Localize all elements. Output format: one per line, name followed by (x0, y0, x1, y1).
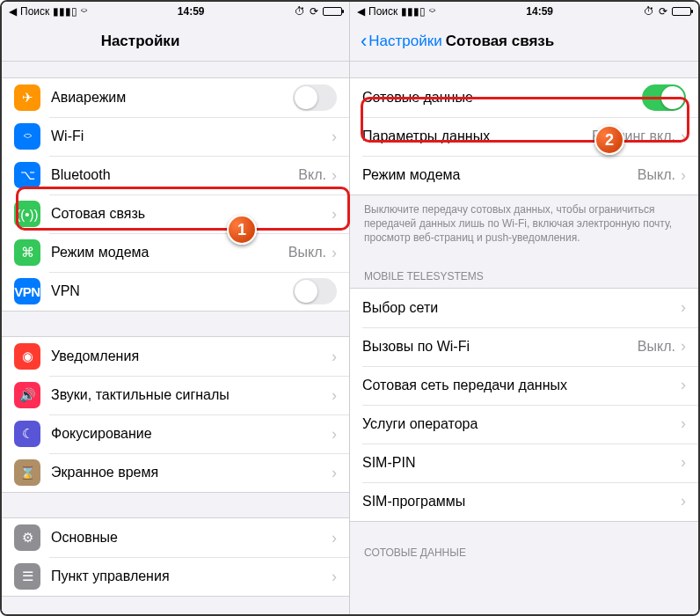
toggle[interactable] (642, 84, 686, 111)
row-label: Пункт управления (51, 568, 332, 584)
settings-row[interactable]: ✈Авиарежим (2, 78, 349, 117)
settings-row[interactable]: ⚙Основные› (2, 518, 349, 557)
settings-row[interactable]: Сотовая сеть передачи данных› (350, 366, 698, 405)
chevron-left-icon: ‹ (361, 30, 367, 53)
settings-row[interactable]: VPNVPN (2, 272, 349, 311)
bluetooth-icon: ⌥ (14, 162, 40, 188)
row-label: Сотовые данные (362, 90, 642, 106)
cell-list: Сотовые данныеПараметры данныхРоуминг вк… (350, 77, 698, 195)
row-label: Параметры данных (362, 128, 592, 144)
wifi-status-icon: ⌔ (429, 5, 435, 18)
cellular-icon: ((•)) (14, 201, 40, 227)
nav-header: Настройки (2, 21, 349, 62)
row-value: Выкл. (288, 245, 326, 260)
settings-row[interactable]: Вызовы по Wi-FiВыкл.› (350, 327, 698, 366)
control-center-icon: ☰ (14, 563, 40, 590)
settings-row[interactable]: ◉Уведомления› (2, 337, 349, 376)
chevron-right-icon: › (681, 298, 686, 317)
settings-row[interactable]: Режим модемаВыкл.› (350, 156, 698, 194)
row-label: VPN (51, 283, 293, 299)
cell-list: ⚙Основные›☰Пункт управления› (2, 517, 349, 597)
chevron-right-icon: › (681, 453, 686, 472)
orientation-lock-icon: ⟳ (659, 5, 667, 18)
step-badge-2: 2 (594, 125, 624, 155)
back-button[interactable]: ‹ Настройки (361, 30, 442, 53)
row-label: Сотовая сеть передачи данных (362, 378, 681, 393)
settings-row[interactable]: ⌥BluetoothВкл.› (2, 156, 349, 194)
chevron-right-icon: › (332, 166, 337, 185)
back-chevron-icon: ◀ (357, 5, 365, 18)
chevron-right-icon: › (681, 166, 686, 185)
row-value: Выкл. (638, 167, 675, 183)
settings-row[interactable]: Параметры данныхРоуминг вкл.› (350, 117, 698, 156)
battery-icon (672, 7, 691, 16)
row-label: Режим модема (51, 245, 288, 260)
signal-icon: ▮▮▮▯ (53, 5, 77, 18)
chevron-right-icon: › (332, 425, 337, 444)
row-label: Экранное время (51, 465, 332, 480)
chevron-right-icon: › (681, 492, 686, 510)
group-header: MOBILE TELESYSTEMS (350, 270, 698, 288)
row-label: Услуги оператора (362, 416, 681, 432)
row-label: Основные (51, 530, 332, 546)
settings-row[interactable]: Выбор сети› (350, 289, 698, 327)
chevron-right-icon: › (332, 568, 337, 586)
cellular-scroll[interactable]: Сотовые данныеПараметры данныхРоуминг вк… (350, 62, 698, 614)
settings-row[interactable]: ☾Фокусирование› (2, 414, 349, 453)
clock: 14:59 (87, 5, 295, 18)
chevron-right-icon: › (681, 414, 686, 433)
chevron-right-icon: › (332, 348, 337, 366)
page-title: Сотовая связь (446, 33, 688, 50)
chevron-right-icon: › (681, 128, 686, 146)
hotspot-icon: ⌘ (14, 239, 40, 266)
row-label: Wi-Fi (51, 128, 332, 144)
nav-header: ‹ Настройки Сотовая связь (350, 21, 698, 62)
chevron-right-icon: › (332, 205, 337, 224)
settings-row[interactable]: ((•))Сотовая связь› (2, 194, 349, 233)
settings-row[interactable]: Сотовые данные (350, 78, 698, 117)
settings-row[interactable]: ⌘Режим модемаВыкл.› (2, 233, 349, 272)
group-footer: Выключите передачу сотовых данных, чтобы… (350, 195, 698, 246)
general-icon: ⚙ (14, 524, 40, 551)
wifi-icon: ⌔ (14, 123, 40, 150)
row-label: Фокусирование (51, 426, 332, 442)
back-label: Настройки (368, 33, 441, 50)
settings-row[interactable]: ☰Пункт управления› (2, 557, 349, 596)
airplane-icon: ✈ (14, 84, 40, 111)
screen-time-icon: ⌛ (14, 459, 40, 486)
row-label: Звуки, тактильные сигналы (51, 387, 332, 403)
alarm-icon: ⏱ (644, 5, 654, 18)
settings-scroll[interactable]: ✈Авиарежим⌔Wi-Fi›⌥BluetoothВкл.›((•))Сот… (2, 62, 349, 614)
vpn-icon: VPN (14, 278, 40, 304)
cell-list: Выбор сети›Вызовы по Wi-FiВыкл.›Сотовая … (350, 288, 698, 522)
settings-row[interactable]: ⌔Wi-Fi› (2, 117, 349, 156)
settings-row[interactable]: Услуги оператора› (350, 405, 698, 444)
page-title: Настройки (0, 33, 339, 50)
chevron-right-icon: › (332, 244, 337, 262)
focus-icon: ☾ (14, 421, 40, 447)
orientation-lock-icon: ⟳ (310, 5, 318, 18)
notifications-icon: ◉ (14, 343, 40, 370)
phone-cellular: ◀ Поиск ▮▮▮▯ ⌔ 14:59 ⏱ ⟳ ‹ Настройки Сот… (350, 2, 698, 614)
settings-row[interactable]: 🔊Звуки, тактильные сигналы› (2, 376, 349, 414)
battery-icon (323, 7, 342, 16)
status-bar: ◀ Поиск ▮▮▮▯ ⌔ 14:59 ⏱ ⟳ (2, 2, 349, 21)
settings-row[interactable]: SIM-программы› (350, 482, 698, 521)
group-header: СОТОВЫЕ ДАННЫЕ (350, 546, 698, 564)
chevron-right-icon: › (681, 337, 686, 356)
toggle[interactable] (293, 278, 337, 304)
phone-settings: ◀ Поиск ▮▮▮▯ ⌔ 14:59 ⏱ ⟳ Настройки ✈Авиа… (2, 2, 350, 614)
chevron-right-icon: › (332, 128, 337, 146)
signal-icon: ▮▮▮▯ (401, 5, 426, 18)
cell-list: ◉Уведомления›🔊Звуки, тактильные сигналы›… (2, 336, 349, 493)
step-badge-1: 1 (227, 215, 257, 245)
row-label: Выбор сети (362, 300, 681, 316)
row-label: SIM-программы (362, 494, 681, 510)
clock: 14:59 (435, 5, 644, 18)
chevron-right-icon: › (681, 376, 686, 394)
settings-row[interactable]: SIM-PIN› (350, 444, 698, 482)
toggle[interactable] (293, 84, 337, 111)
row-label: Уведомления (51, 348, 332, 364)
settings-row[interactable]: ⌛Экранное время› (2, 453, 349, 492)
row-label: SIM-PIN (362, 455, 681, 471)
